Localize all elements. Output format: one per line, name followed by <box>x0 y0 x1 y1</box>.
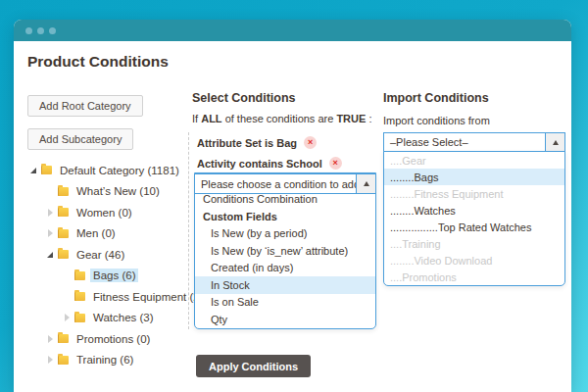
folder-icon <box>74 314 85 322</box>
tree-item-label[interactable]: Promotions (0) <box>74 332 153 346</box>
dropdown-arrow-button[interactable] <box>356 174 375 193</box>
intro-true[interactable]: TRUE <box>336 113 366 124</box>
tree-item-fitness-equipment-23[interactable]: Fitness Equipment (23) <box>61 286 192 308</box>
select-conditions-title: Select Conditions <box>192 91 296 105</box>
add-subcategory-button[interactable]: Add Subcategory <box>27 128 133 150</box>
tree-item-what-s-new-10[interactable]: What’s New (10) <box>44 181 192 203</box>
import-option: ....Training <box>384 235 564 252</box>
tree-collapsed-triangle-icon[interactable] <box>44 229 56 237</box>
import-option[interactable]: ........Watches <box>384 202 564 219</box>
window-content: Product Conditions Add Root Category Add… <box>14 41 571 392</box>
app-window: Product Conditions Add Root Category Add… <box>14 20 571 392</box>
conditions-rule-tree: Attribute Set isBag×Activity containsSch… <box>188 132 384 329</box>
import-option: ........Video Download <box>384 252 564 269</box>
window-control-dot[interactable] <box>49 27 56 34</box>
folder-icon <box>58 208 69 217</box>
dropdown-arrow-button[interactable] <box>545 133 564 151</box>
condition-option[interactable]: Created (in days) <box>195 260 375 277</box>
up-triangle-icon <box>364 181 369 186</box>
condition-chip[interactable]: Activity containsSchool× <box>189 153 384 173</box>
tree-item-label[interactable]: Men (0) <box>74 226 119 240</box>
triangle-glyph <box>47 252 53 258</box>
tree-item-label[interactable]: Women (0) <box>74 206 135 220</box>
tree-item-label[interactable]: Gear (46) <box>74 248 127 262</box>
page-title: Product Conditions <box>27 53 169 71</box>
condition-options-list: Please choose a condition to add.Conditi… <box>194 172 376 329</box>
triangle-glyph <box>65 314 70 321</box>
condition-value[interactable]: School <box>286 158 322 170</box>
tree-item-gear-46[interactable]: Gear (46) <box>44 244 192 266</box>
up-triangle-icon <box>553 140 559 145</box>
condition-select[interactable]: Please choose a condition to add. <box>194 173 376 194</box>
import-option[interactable]: ........Bags <box>384 169 564 185</box>
conditions-intro: If ALL of these conditions are TRUE : <box>192 113 371 124</box>
remove-condition-icon[interactable]: × <box>304 136 317 149</box>
condition-text: Activity contains <box>197 158 283 170</box>
remove-condition-icon[interactable]: × <box>329 157 342 170</box>
intro-colon: : <box>368 113 371 124</box>
import-conditions-title: Import Conditions <box>383 91 489 105</box>
import-option: ........Fitness Equipment <box>384 185 564 202</box>
folder-icon <box>58 250 69 259</box>
window-control-dot[interactable] <box>37 27 44 34</box>
folder-icon <box>74 292 85 301</box>
tree-collapsed-triangle-icon[interactable] <box>61 314 73 321</box>
tree-collapsed-triangle-icon[interactable] <box>44 335 56 343</box>
folder-icon <box>41 166 52 174</box>
condition-select-value: Please choose a condition to add. <box>195 178 356 190</box>
folder-icon <box>58 187 69 196</box>
tree-item-default-category-1181[interactable]: Default Category (1181) <box>27 160 192 181</box>
window-titlebar <box>14 20 571 41</box>
triangle-glyph <box>48 229 53 237</box>
folder-icon <box>74 271 85 280</box>
triangle-glyph <box>48 356 53 364</box>
add-root-category-button[interactable]: Add Root Category <box>27 95 143 117</box>
import-option[interactable]: ................Top Rated Watches <box>384 219 564 235</box>
tree-item-bags-6[interactable]: Bags (6) <box>61 266 192 287</box>
tree-item-label[interactable]: Bags (6) <box>90 269 138 282</box>
window-control-dot[interactable] <box>25 27 32 34</box>
condition-chip[interactable]: Attribute Set isBag× <box>189 132 384 153</box>
tree-item-training-6[interactable]: Training (6) <box>44 350 192 371</box>
import-conditions-label: Import conditions from <box>383 115 490 126</box>
folder-icon <box>58 334 69 343</box>
import-options-list: ....Gear........Bags........Fitness Equi… <box>383 151 565 286</box>
tree-item-label[interactable]: What’s New (10) <box>74 184 163 198</box>
condition-option[interactable]: Is New (by a period) <box>195 225 375 243</box>
tree-item-label[interactable]: Default Category (1181) <box>57 164 182 177</box>
tree-item-label[interactable]: Watches (3) <box>90 311 157 324</box>
import-select-value: –Please Select– <box>384 136 545 148</box>
intro-if: If <box>192 113 198 124</box>
tree-item-watches-3[interactable]: Watches (3) <box>61 308 192 329</box>
condition-option[interactable]: Is New (by ‘is_new’ attribute) <box>195 242 375 260</box>
condition-text: Attribute Set is <box>197 137 273 149</box>
condition-option[interactable]: In Stock <box>195 276 375 294</box>
folder-icon <box>58 356 69 365</box>
tree-collapsed-triangle-icon[interactable] <box>44 356 56 364</box>
condition-chip-list: Attribute Set isBag×Activity containsSch… <box>189 132 384 173</box>
tree-item-label[interactable]: Training (6) <box>74 353 136 367</box>
folder-icon <box>58 229 69 238</box>
import-select[interactable]: –Please Select– <box>383 132 565 152</box>
tree-expanded-triangle-icon[interactable] <box>27 168 39 173</box>
tree-item-women-0[interactable]: Women (0) <box>44 202 192 223</box>
condition-option[interactable]: Qty <box>195 311 375 328</box>
condition-value[interactable]: Bag <box>276 137 297 149</box>
category-tree: Default Category (1181)What’s New (10)Wo… <box>27 160 192 370</box>
intro-mid: of these conditions are <box>225 113 334 124</box>
apply-conditions-button[interactable]: Apply Conditions <box>196 355 311 377</box>
condition-option[interactable]: Is on Sale <box>195 294 375 312</box>
condition-option: Custom Fields <box>195 208 375 225</box>
triangle-glyph <box>48 209 53 217</box>
import-option: ....Promotions <box>384 269 564 285</box>
tree-collapsed-triangle-icon[interactable] <box>44 209 56 217</box>
triangle-glyph <box>48 335 53 343</box>
triangle-glyph <box>30 168 36 173</box>
intro-all[interactable]: ALL <box>201 113 221 124</box>
tree-item-men-0[interactable]: Men (0) <box>44 223 192 245</box>
import-option: ....Gear <box>384 152 564 169</box>
tree-expanded-triangle-icon[interactable] <box>44 252 56 258</box>
tree-item-promotions-0[interactable]: Promotions (0) <box>44 328 192 350</box>
